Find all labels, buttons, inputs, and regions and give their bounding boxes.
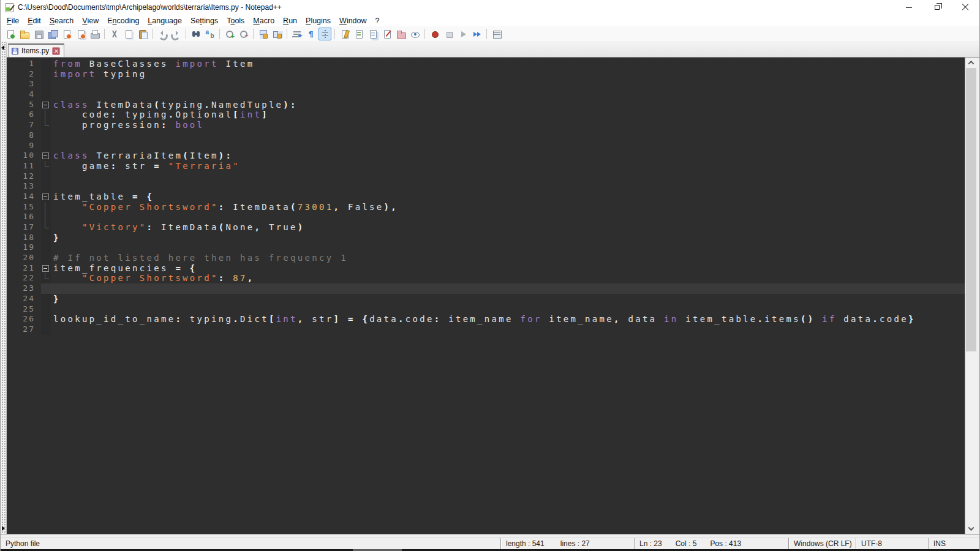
- sync-vertical-button[interactable]: [257, 28, 270, 40]
- line-number[interactable]: 2: [7, 69, 41, 80]
- show-all-characters-button[interactable]: [304, 28, 317, 40]
- cut-button[interactable]: [108, 28, 121, 40]
- document-map-button[interactable]: [352, 28, 365, 40]
- fold-marker[interactable]: [41, 151, 51, 161]
- redo-button[interactable]: [170, 28, 183, 40]
- code-text[interactable]: [51, 324, 965, 335]
- code-text[interactable]: "Copper Shortsword": ItemData(73001, Fal…: [51, 202, 965, 212]
- line-number[interactable]: 1: [7, 59, 41, 69]
- line-number[interactable]: 13: [7, 181, 41, 192]
- line-number[interactable]: 27: [7, 324, 41, 335]
- code-line[interactable]: 16: [7, 212, 965, 222]
- expand-right-icon[interactable]: [2, 526, 5, 531]
- code-line[interactable]: 4: [7, 89, 965, 100]
- paste-button[interactable]: [136, 28, 149, 40]
- fold-marker[interactable]: [41, 263, 51, 274]
- undo-button[interactable]: [156, 28, 168, 40]
- menu-settings[interactable]: Settings: [186, 15, 222, 26]
- open-file-button[interactable]: [18, 28, 31, 40]
- code-line[interactable]: 17 "Victory": ItemData(None, True): [7, 222, 965, 233]
- code-line[interactable]: 6 code: typing.Optional[int]: [7, 110, 965, 120]
- doc-edit-button[interactable]: [380, 28, 393, 40]
- menu-edit[interactable]: Edit: [23, 15, 45, 26]
- code-line[interactable]: 2import typing: [7, 69, 965, 80]
- code-text[interactable]: [51, 283, 965, 294]
- code-text[interactable]: [51, 181, 965, 192]
- line-number[interactable]: 18: [7, 233, 41, 243]
- code-line[interactable]: 22 "Copper Shortsword": 87,: [7, 273, 965, 283]
- code-text[interactable]: code: typing.Optional[int]: [51, 110, 965, 120]
- line-number[interactable]: 22: [7, 273, 41, 283]
- line-number[interactable]: 17: [7, 222, 41, 233]
- close-button[interactable]: [951, 0, 979, 15]
- code-line[interactable]: 10class TerrariaItem(Item):: [7, 151, 965, 161]
- line-number[interactable]: 10: [7, 151, 41, 161]
- code-text[interactable]: "Copper Shortsword": 87,: [51, 273, 965, 283]
- code-line[interactable]: 27: [7, 324, 965, 335]
- code-text[interactable]: [51, 242, 965, 253]
- show-indent-guide-button[interactable]: [318, 28, 331, 40]
- save-macro-button[interactable]: [490, 28, 503, 40]
- fold-marker[interactable]: [41, 192, 51, 202]
- code-text[interactable]: }: [51, 294, 965, 304]
- macro-play-button[interactable]: [456, 28, 469, 40]
- save-button[interactable]: [32, 28, 45, 40]
- line-number[interactable]: 25: [7, 304, 41, 315]
- menu-plugins[interactable]: Plugins: [301, 15, 335, 26]
- monitoring-button[interactable]: [409, 28, 421, 40]
- new-file-button[interactable]: [4, 28, 17, 40]
- line-number[interactable]: 11: [7, 161, 41, 171]
- code-line[interactable]: 5class ItemData(typing.NamedTuple):: [7, 100, 965, 110]
- tab-items-py[interactable]: Items.py: [8, 43, 64, 57]
- line-number[interactable]: 21: [7, 263, 41, 274]
- code-text[interactable]: class ItemData(typing.NamedTuple):: [51, 100, 965, 110]
- macro-run-multiple-button[interactable]: [470, 28, 483, 40]
- line-number[interactable]: 15: [7, 202, 41, 212]
- menu-encoding[interactable]: Encoding: [103, 15, 143, 26]
- code-line[interactable]: 21item_frequencies = {: [7, 263, 965, 274]
- code-line[interactable]: 23: [7, 283, 965, 294]
- sync-horizontal-button[interactable]: [271, 28, 284, 40]
- menu-language[interactable]: Language: [143, 15, 186, 26]
- code-text[interactable]: [51, 89, 965, 100]
- menu-view[interactable]: View: [78, 15, 103, 26]
- zoom-in-button[interactable]: [223, 28, 236, 40]
- collapse-left-icon[interactable]: [1, 45, 4, 50]
- status-encoding[interactable]: UTF-8: [856, 538, 928, 549]
- menu-tools[interactable]: Tools: [222, 15, 249, 26]
- code-line[interactable]: 25: [7, 304, 965, 315]
- code-text[interactable]: item_frequencies = {: [51, 263, 965, 274]
- line-number[interactable]: 23: [7, 283, 41, 294]
- code-line[interactable]: 8: [7, 130, 965, 141]
- code-line[interactable]: 20# If not listed here then has frequenc…: [7, 253, 965, 263]
- code-text[interactable]: [51, 171, 965, 182]
- line-number[interactable]: 7: [7, 120, 41, 130]
- code-line[interactable]: 12: [7, 171, 965, 182]
- scrollbar-thumb[interactable]: [966, 68, 976, 351]
- code-line[interactable]: 7 progression: bool: [7, 120, 965, 130]
- copy-button[interactable]: [122, 28, 135, 40]
- tab-close-icon[interactable]: [52, 47, 60, 55]
- line-number[interactable]: 6: [7, 110, 41, 120]
- code-text[interactable]: progression: bool: [51, 120, 965, 130]
- line-number[interactable]: 5: [7, 100, 41, 110]
- find-button[interactable]: [189, 28, 202, 40]
- minimize-button[interactable]: [895, 0, 923, 15]
- dock-grip[interactable]: [1, 42, 7, 534]
- print-button[interactable]: [88, 28, 101, 40]
- document-list-button[interactable]: [366, 28, 379, 40]
- zoom-out-button[interactable]: [237, 28, 250, 40]
- line-number[interactable]: 16: [7, 212, 41, 222]
- status-insert-mode[interactable]: INS: [928, 538, 979, 549]
- save-all-button[interactable]: [46, 28, 59, 40]
- code-text[interactable]: [51, 130, 965, 141]
- menu-macro[interactable]: Macro: [249, 15, 279, 26]
- code-text[interactable]: lookup_id_to_name: typing.Dict[int, str]…: [51, 314, 965, 324]
- menu-run[interactable]: Run: [279, 15, 301, 26]
- code-text[interactable]: class TerrariaItem(Item):: [51, 151, 965, 161]
- folder-as-workspace-button[interactable]: [394, 28, 407, 40]
- scroll-up-icon[interactable]: [965, 58, 977, 68]
- replace-button[interactable]: [203, 28, 216, 40]
- code-text[interactable]: item_table = {: [51, 192, 965, 202]
- code-text[interactable]: }: [51, 233, 965, 243]
